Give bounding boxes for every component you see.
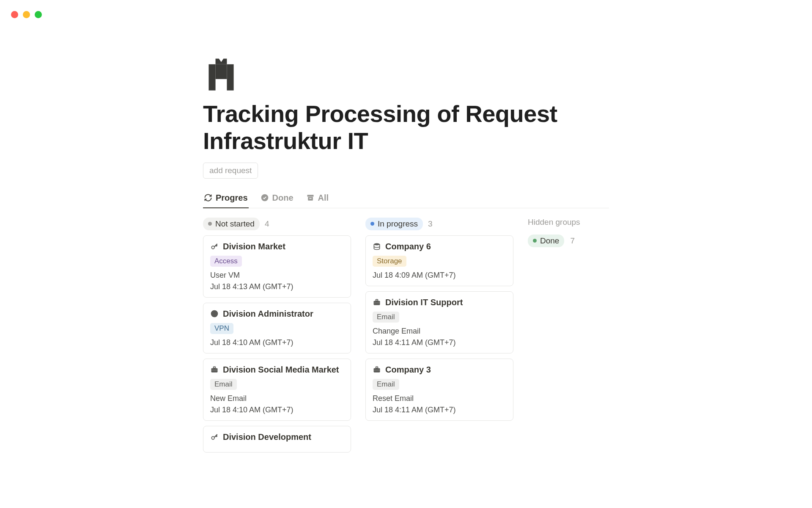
board-card[interactable]: Division IT SupportEmailChange EmailJul … xyxy=(365,291,513,353)
view-tabs: ProgresDoneAll xyxy=(203,189,609,208)
hidden-group-count: 7 xyxy=(570,236,575,246)
column-header: Not started4 xyxy=(203,218,351,230)
card-title: Company 3 xyxy=(385,365,431,375)
svg-rect-0 xyxy=(208,64,215,91)
card-title-row: Division Market xyxy=(210,242,344,251)
tab-done[interactable]: Done xyxy=(260,189,294,208)
tab-label: Done xyxy=(272,193,294,203)
close-window-icon[interactable] xyxy=(11,11,18,18)
column-count: 3 xyxy=(428,219,433,229)
card-description: Reset Email xyxy=(373,394,506,403)
card-tag: Email xyxy=(373,312,399,323)
card-tag: Email xyxy=(210,379,237,390)
card-title-row: Division IT Support xyxy=(373,298,506,307)
svg-rect-15 xyxy=(374,301,380,305)
hidden-groups-column: Hidden groupsDone7 xyxy=(528,218,642,247)
svg-rect-18 xyxy=(374,368,380,373)
briefcase-icon xyxy=(210,365,219,374)
board-card[interactable]: Division AdministratorVPNJul 18 4:10 AM … xyxy=(203,303,351,353)
board-column-not_started: Not started4Division MarketAccessUser VM… xyxy=(203,218,351,458)
card-timestamp: Jul 18 4:11 AM (GMT+7) xyxy=(373,406,506,414)
card-title-row: Company 6 xyxy=(373,242,506,251)
status-chip: Done xyxy=(528,235,564,247)
board-view: Not started4Division MarketAccessUser VM… xyxy=(203,218,609,458)
board-card[interactable]: Division Development xyxy=(203,426,351,453)
svg-rect-5 xyxy=(307,195,313,197)
key-icon xyxy=(210,242,219,251)
key-icon xyxy=(210,433,219,441)
briefcase-icon xyxy=(373,298,381,306)
column-header: In progress3 xyxy=(365,218,513,230)
card-timestamp: Jul 18 4:13 AM (GMT+7) xyxy=(210,282,344,291)
svg-marker-3 xyxy=(216,58,227,64)
archive-icon xyxy=(306,193,315,202)
svg-rect-7 xyxy=(309,198,311,199)
page-title: Tracking Processing of Request Infrastru… xyxy=(203,100,609,155)
hidden-groups-title: Hidden groups xyxy=(528,218,642,227)
card-title: Division IT Support xyxy=(385,298,463,307)
status-label: In progress xyxy=(378,219,418,229)
status-label: Not started xyxy=(215,219,255,229)
card-tag: Access xyxy=(210,256,242,267)
svg-point-14 xyxy=(374,243,379,246)
card-description: User VM xyxy=(210,271,344,280)
maximize-window-icon[interactable] xyxy=(35,11,42,18)
card-timestamp: Jul 18 4:11 AM (GMT+7) xyxy=(373,338,506,347)
svg-point-8 xyxy=(211,246,214,249)
svg-rect-17 xyxy=(374,303,380,303)
status-chip[interactable]: Not started xyxy=(203,218,260,230)
card-title: Division Social Media Market xyxy=(223,365,339,375)
column-count: 4 xyxy=(265,219,269,229)
card-title-row: Division Development xyxy=(210,432,344,442)
board-column-in_progress: In progress3Company 6StorageJul 18 4:09 … xyxy=(365,218,513,426)
card-timestamp: Jul 18 4:10 AM (GMT+7) xyxy=(210,406,344,414)
page-icon[interactable] xyxy=(203,56,609,93)
card-title-row: Division Administrator xyxy=(210,309,344,319)
card-tag: VPN xyxy=(210,323,233,334)
svg-rect-20 xyxy=(374,370,380,370)
card-description: New Email xyxy=(210,394,344,403)
card-title-row: Company 3 xyxy=(373,365,506,375)
svg-rect-19 xyxy=(376,367,378,368)
card-title: Division Administrator xyxy=(223,309,313,319)
card-tag: Email xyxy=(373,379,399,390)
page-content: Tracking Processing of Request Infrastru… xyxy=(203,18,609,458)
card-title: Company 6 xyxy=(385,242,431,251)
window-traffic-lights xyxy=(0,0,812,18)
card-tag: Storage xyxy=(373,256,406,267)
svg-rect-1 xyxy=(227,64,233,91)
svg-rect-12 xyxy=(211,370,218,370)
card-title-row: Division Social Media Market xyxy=(210,365,344,375)
svg-rect-10 xyxy=(211,368,218,373)
svg-point-13 xyxy=(211,436,214,439)
card-description: Change Email xyxy=(373,327,506,336)
database-icon xyxy=(373,242,381,251)
card-timestamp: Jul 18 4:09 AM (GMT+7) xyxy=(373,271,506,280)
svg-rect-16 xyxy=(376,300,378,301)
card-title: Division Development xyxy=(223,432,311,442)
hidden-group-row[interactable]: Done7 xyxy=(528,235,642,247)
status-dot-icon xyxy=(533,239,537,243)
add-request-button[interactable]: add request xyxy=(203,163,258,179)
status-label: Done xyxy=(540,236,559,246)
board-card[interactable]: Company 3EmailReset EmailJul 18 4:11 AM … xyxy=(365,359,513,421)
tab-label: All xyxy=(318,193,329,203)
tab-all[interactable]: All xyxy=(305,189,330,208)
board-card[interactable]: Division MarketAccessUser VMJul 18 4:13 … xyxy=(203,235,351,298)
svg-rect-11 xyxy=(214,367,216,368)
status-dot-icon xyxy=(208,222,212,226)
tab-progres[interactable]: Progres xyxy=(203,189,249,208)
briefcase-icon xyxy=(373,365,381,374)
card-title: Division Market xyxy=(223,242,285,251)
refresh-icon xyxy=(204,193,212,202)
status-dot-icon xyxy=(370,222,374,226)
board-card[interactable]: Company 6StorageJul 18 4:09 AM (GMT+7) xyxy=(365,235,513,286)
card-timestamp: Jul 18 4:10 AM (GMT+7) xyxy=(210,338,344,347)
minimize-window-icon[interactable] xyxy=(23,11,30,18)
svg-rect-2 xyxy=(216,64,227,79)
status-chip[interactable]: In progress xyxy=(365,218,423,230)
board-card[interactable]: Division Social Media MarketEmailNew Ema… xyxy=(203,359,351,421)
globe-icon xyxy=(210,309,219,318)
tab-label: Progres xyxy=(216,193,248,203)
check-circle-icon xyxy=(261,193,269,202)
